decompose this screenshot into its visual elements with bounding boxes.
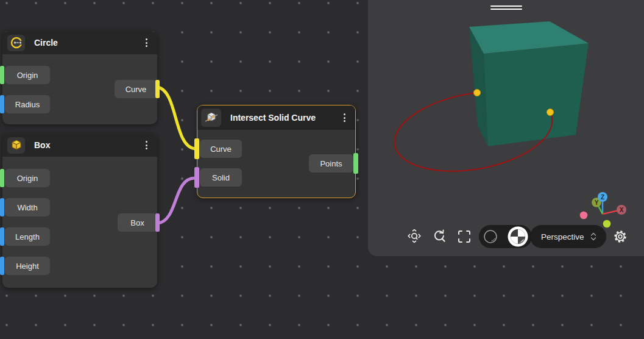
box-icon: [7, 137, 25, 154]
port-curve-output[interactable]: [155, 80, 160, 98]
neg-x-axis-ball[interactable]: [580, 212, 588, 219]
zoom-reset-button[interactable]: [430, 227, 449, 246]
shaded-mode-icon[interactable]: [508, 226, 528, 247]
node-title: Box: [34, 140, 140, 150]
port-solid-input[interactable]: [194, 167, 199, 188]
node-title: Circle: [34, 38, 140, 48]
port-curve-label[interactable]: Curve: [200, 140, 242, 158]
svg-text:Y: Y: [595, 199, 599, 206]
node-editor-canvas[interactable]: Circle Origin Radius Curve Box Origin Wi…: [0, 0, 644, 339]
port-points-output[interactable]: [353, 153, 358, 174]
node-intersect-solid-curve[interactable]: Intersect Solid Curve Curve Solid Points: [197, 105, 356, 198]
port-origin-input[interactable]: [0, 169, 4, 187]
node-box-header[interactable]: Box: [2, 134, 157, 157]
wireframe-mode-icon[interactable]: [483, 229, 498, 244]
x-axis-ball[interactable]: X: [617, 205, 626, 215]
port-origin-input[interactable]: [0, 66, 4, 84]
axis-gizmo[interactable]: Y Z X: [575, 188, 631, 233]
node-menu-button[interactable]: [140, 137, 154, 153]
node-box[interactable]: Box Origin Width Length Height Box: [2, 134, 157, 288]
port-length-label[interactable]: Length: [5, 227, 50, 246]
port-height-label[interactable]: Height: [5, 257, 50, 275]
node-menu-button[interactable]: [338, 110, 352, 126]
wire-box-to-intersect-solid[interactable]: [158, 178, 195, 223]
port-solid-label[interactable]: Solid: [200, 168, 242, 187]
intersect-solid-curve-icon: [201, 109, 221, 127]
port-origin-label[interactable]: Origin: [5, 66, 50, 84]
port-length-input[interactable]: [0, 227, 4, 246]
intersection-point: [547, 109, 554, 116]
port-radius-input[interactable]: [0, 95, 4, 113]
port-width-input[interactable]: [0, 198, 4, 216]
node-circle[interactable]: Circle Origin Radius Curve: [2, 31, 157, 124]
svg-text:Z: Z: [601, 194, 604, 201]
wire-circle-curve-to-intersect[interactable]: [158, 87, 195, 149]
z-axis-ball[interactable]: Z: [598, 192, 607, 202]
render-mode-toggle[interactable]: [479, 225, 532, 248]
intersection-point: [474, 90, 481, 96]
node-title: Intersect Solid Curve: [230, 113, 338, 123]
camera-move-button[interactable]: [405, 227, 424, 246]
port-radius-label[interactable]: Radius: [5, 95, 50, 113]
cube-mesh: [469, 21, 589, 146]
port-box-output[interactable]: [155, 213, 160, 232]
port-origin-label[interactable]: Origin: [5, 169, 50, 187]
port-width-label[interactable]: Width: [5, 198, 50, 216]
circle-icon: [7, 35, 25, 51]
node-intersect-header[interactable]: Intersect Solid Curve: [197, 105, 355, 130]
fullscreen-button[interactable]: [455, 227, 474, 246]
port-height-input[interactable]: [0, 257, 4, 275]
chevron-up-down-icon: [590, 232, 596, 241]
port-curve-input[interactable]: [194, 138, 199, 159]
camera-mode-value: Perspective: [541, 232, 590, 241]
node-circle-header[interactable]: Circle: [2, 31, 157, 54]
node-menu-button[interactable]: [140, 35, 154, 51]
port-curve-output-label[interactable]: Curve: [115, 80, 157, 98]
port-points-output-label[interactable]: Points: [309, 154, 353, 173]
neg-z-axis-ball[interactable]: [603, 220, 611, 228]
viewport-3d[interactable]: Perspective Y Z: [368, 0, 644, 256]
port-box-output-label[interactable]: Box: [118, 213, 157, 232]
svg-text:X: X: [620, 207, 624, 213]
